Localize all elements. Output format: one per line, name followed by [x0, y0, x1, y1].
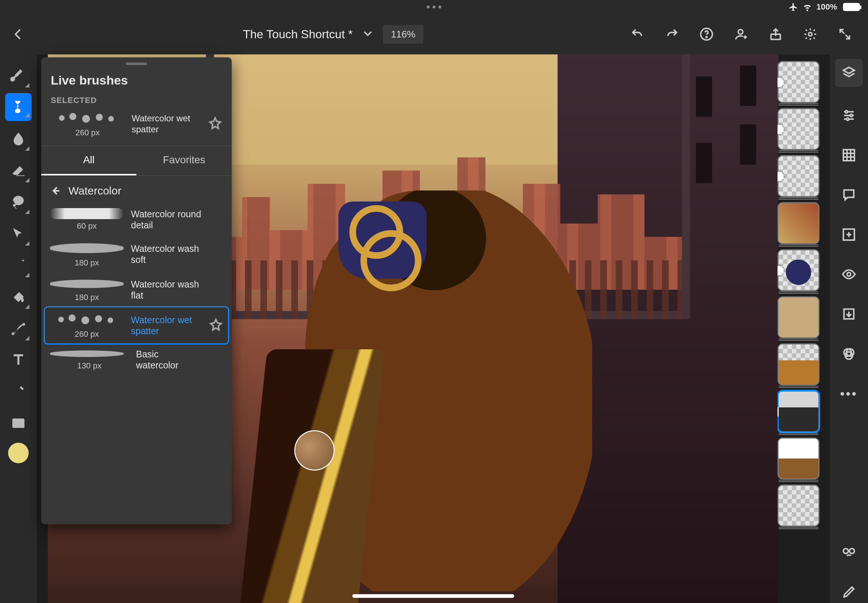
brush-category: Watercolor: [68, 185, 121, 197]
back-button[interactable]: [0, 14, 37, 54]
brush-preview: [50, 312, 124, 327]
back-arrow-icon: [50, 185, 62, 197]
move-tool[interactable]: [5, 218, 32, 249]
undo-button[interactable]: [630, 26, 645, 42]
brush-tool[interactable]: [5, 60, 32, 91]
document-menu-chevron-icon[interactable]: [361, 26, 375, 42]
edit-button[interactable]: [838, 581, 860, 603]
svg-point-4: [808, 32, 812, 36]
brush-category-breadcrumb[interactable]: Watercolor: [41, 176, 232, 202]
multitask-dots-icon: [427, 6, 441, 8]
layer-thumbnail[interactable]: [778, 249, 820, 291]
touch-shortcut-indicator[interactable]: [294, 430, 335, 471]
panel-title: Live brushes: [41, 68, 232, 96]
left-tool-rail: [0, 54, 37, 603]
favorite-star-icon[interactable]: [209, 318, 223, 333]
color-adjust-button[interactable]: [838, 343, 860, 365]
layer-thumbnail[interactable]: [778, 108, 820, 150]
svg-point-6: [12, 332, 14, 335]
brush-size: 180 px: [50, 293, 124, 302]
layer-thumbnail[interactable]: [778, 438, 820, 479]
tab-favorites[interactable]: Favorites: [136, 146, 232, 175]
eyedropper-tool[interactable]: [5, 376, 32, 407]
svg-point-20: [843, 549, 848, 554]
help-button[interactable]: [699, 26, 714, 42]
wifi-icon: [803, 2, 812, 12]
brush-tabs: All Favorites: [41, 146, 232, 175]
brush-size: 180 px: [50, 258, 124, 267]
layer-thumbnail[interactable]: [778, 391, 820, 432]
layer-thumbnail[interactable]: [778, 155, 820, 197]
right-property-rail: •••: [830, 54, 868, 603]
layers-panel-button[interactable]: [835, 59, 863, 87]
layer-properties-button[interactable]: [838, 104, 860, 127]
magic-wand-tool[interactable]: [5, 249, 32, 281]
place-image-tool[interactable]: [5, 407, 32, 439]
app-title-bar: The Touch Shortcut * 116%: [0, 14, 868, 54]
brush-preview: [50, 349, 124, 359]
layers-strip[interactable]: [778, 61, 823, 596]
document-title[interactable]: The Touch Shortcut *: [243, 28, 353, 41]
selected-brush-name: Watercolor wet spatter: [132, 113, 201, 135]
brush-name: Watercolor round detail: [131, 209, 201, 230]
add-layer-button[interactable]: [838, 224, 860, 246]
selected-label: SELECTED: [51, 96, 222, 105]
layer-thumbnail[interactable]: [778, 61, 820, 103]
brush-name: Watercolor wet spatter: [131, 314, 201, 336]
brush-list: 60 px Watercolor round detail 180 px Wat…: [41, 202, 232, 377]
visibility-button[interactable]: [838, 263, 860, 285]
layer-thumbnail[interactable]: [778, 485, 820, 527]
brush-preview: [50, 240, 124, 256]
foreground-color-swatch[interactable]: [8, 443, 29, 463]
favorite-star-icon[interactable]: [208, 116, 222, 131]
brush-preview: [50, 208, 124, 219]
layer-thumbnail[interactable]: [778, 202, 820, 244]
brush-item[interactable]: 180 px Watercolor wash flat: [45, 273, 228, 307]
text-tool[interactable]: [5, 344, 32, 376]
battery-icon: [843, 3, 860, 11]
smudge-tool[interactable]: [5, 123, 32, 155]
svg-point-1: [706, 37, 707, 38]
brush-preview: [50, 277, 124, 291]
svg-point-9: [15, 421, 18, 423]
comments-button[interactable]: [838, 184, 860, 206]
fill-tool[interactable]: [5, 281, 32, 312]
share-button[interactable]: [768, 26, 783, 42]
svg-point-10: [845, 111, 848, 113]
invite-button[interactable]: [733, 26, 749, 42]
brush-item[interactable]: 130 px Basic watercolor: [45, 344, 228, 375]
svg-point-5: [13, 204, 15, 207]
settings-button[interactable]: [803, 26, 818, 42]
tab-all[interactable]: All: [41, 146, 136, 175]
brush-item[interactable]: 180 px Watercolor wash soft: [45, 236, 228, 272]
import-button[interactable]: [838, 303, 860, 325]
eraser-tool[interactable]: [5, 155, 32, 186]
layer-thumbnail[interactable]: [778, 296, 820, 338]
shape-tool[interactable]: [5, 312, 32, 344]
brush-name: Watercolor wash soft: [131, 243, 201, 265]
layer-thumbnail[interactable]: [778, 343, 820, 385]
svg-point-7: [22, 323, 25, 325]
svg-point-15: [847, 272, 851, 276]
link-button[interactable]: [838, 541, 860, 563]
panel-grabber[interactable]: [126, 62, 147, 65]
brush-size: 130 px: [50, 361, 129, 371]
svg-point-2: [738, 29, 743, 34]
redo-button[interactable]: [664, 26, 680, 42]
more-options-button[interactable]: •••: [838, 382, 860, 404]
selected-brush-size: 260 px: [51, 128, 124, 138]
zoom-level[interactable]: 116%: [383, 25, 424, 44]
selected-brush-section: SELECTED 260 px Watercolor wet spatter: [41, 96, 232, 145]
svg-point-12: [846, 118, 849, 121]
fullscreen-button[interactable]: [837, 26, 853, 42]
grid-button[interactable]: [838, 144, 860, 166]
brush-item[interactable]: 60 px Watercolor round detail: [45, 204, 228, 235]
battery-percentage: 100%: [817, 2, 837, 12]
live-brush-tool[interactable]: [5, 93, 32, 121]
svg-point-21: [849, 549, 854, 554]
brush-size: 260 px: [50, 329, 124, 339]
airplane-mode-icon: [789, 2, 798, 12]
brush-item[interactable]: 260 px Watercolor wet spatter: [45, 308, 228, 343]
lasso-tool[interactable]: [5, 186, 32, 218]
brush-name: Watercolor wash flat: [131, 279, 201, 301]
